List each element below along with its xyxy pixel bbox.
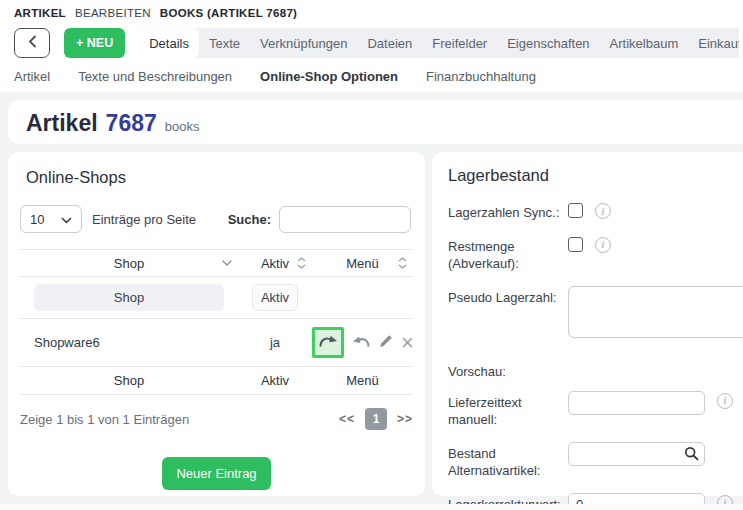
app-window: ARTIKEL BEARBEITEN BOOKS (ARTIKEL 7687) …	[0, 0, 743, 510]
delete-button[interactable]: ×	[401, 332, 414, 354]
lieferzeittext-label: Lieferzeittext manuell:	[448, 391, 568, 429]
new-entry-row: Neuer Eintrag	[20, 457, 413, 490]
info-icon[interactable]: i	[595, 237, 611, 253]
sort-icon	[398, 257, 407, 269]
table-info-row: Zeige 1 bis 1 von 1 Einträgen << 1 >>	[20, 407, 413, 431]
pagination-prev-button[interactable]: <<	[339, 412, 355, 426]
tab-eigenschaften[interactable]: Eigenschaften	[497, 28, 599, 58]
tab-einkauf[interactable]: Einkauf	[688, 28, 739, 58]
search-input[interactable]	[279, 206, 411, 233]
column-header-menue[interactable]: Menü	[312, 250, 413, 276]
breadcrumb: ARTIKEL BEARBEITEN BOOKS (ARTIKEL 7687)	[14, 7, 297, 19]
tab-artikelbaum[interactable]: Artikelbaum	[600, 28, 689, 58]
footer-column-menue: Menü	[312, 373, 413, 388]
table-row: Shopware6 ja	[20, 319, 413, 367]
chevron-down-icon	[61, 212, 72, 227]
column-header-menue-label: Menü	[346, 256, 379, 271]
back-button[interactable]	[14, 28, 50, 58]
vorschau-label: Vorschau:	[448, 364, 743, 379]
footer-column-aktiv: Aktiv	[238, 373, 312, 388]
article-title-label: Artikel	[26, 110, 98, 137]
lagerzahlen-sync-label: Lagerzahlen Sync.:	[448, 201, 568, 222]
aktiv-cell: ja	[238, 335, 312, 350]
field-lieferzeittext: Lieferzeittext manuell: i	[448, 391, 743, 429]
bestand-alternativartikel-label: Bestand Alternativartikel:	[448, 442, 568, 480]
field-pseudo-lagerzahl: Pseudo Lagerzahl:	[448, 286, 743, 338]
pseudo-lagerzahl-textarea[interactable]	[568, 286, 743, 338]
undo-button[interactable]	[351, 334, 371, 352]
pagination-page-1[interactable]: 1	[365, 408, 387, 430]
lagerbestand-panel: Lagerbestand Lagerzahlen Sync.: i Restme…	[432, 152, 743, 496]
lagerzahlen-sync-checkbox[interactable]	[568, 203, 583, 218]
close-icon: ×	[401, 332, 414, 354]
table-header-row: Shop Aktiv Menü	[20, 249, 413, 277]
edit-button[interactable]	[378, 333, 394, 353]
online-shops-title: Online-Shops	[26, 168, 413, 187]
new-button[interactable]: + NEU	[64, 28, 125, 58]
field-lagerzahlen-sync: Lagerzahlen Sync.: i	[448, 201, 743, 222]
pseudo-lagerzahl-label: Pseudo Lagerzahl:	[448, 286, 568, 307]
column-header-aktiv-label: Aktiv	[261, 256, 289, 271]
lieferzeittext-input[interactable]	[568, 391, 705, 415]
tab-strip: Details Texte Verknüpfungen Dateien Frei…	[139, 28, 739, 58]
subnav-finanzbuchhaltung[interactable]: Finanzbuchhaltung	[426, 69, 536, 84]
filter-shop-button[interactable]: Shop	[34, 284, 224, 311]
tab-texte[interactable]: Texte	[199, 28, 250, 58]
tab-dateien[interactable]: Dateien	[357, 28, 422, 58]
article-heading-panel: Artikel 7687 books	[8, 100, 743, 144]
sort-desc-icon	[222, 260, 232, 266]
row-actions: ×	[312, 327, 418, 358]
column-header-shop[interactable]: Shop	[20, 250, 238, 276]
toolbar: + NEU Details Texte Verknüpfungen Dateie…	[14, 28, 739, 58]
page-title: Artikel 7687 books	[26, 110, 199, 137]
online-shops-panel: Online-Shops 10 Einträge pro Seite Suche…	[8, 152, 425, 496]
entries-info: Zeige 1 bis 1 von 1 Einträgen	[20, 412, 189, 427]
sub-navigation: Artikel Texte und Beschreibungen Online-…	[14, 62, 536, 90]
lagerbestand-title: Lagerbestand	[448, 166, 743, 185]
breadcrumb-action: BEARBEITEN	[75, 7, 151, 19]
field-bestand-alternativartikel: Bestand Alternativartikel:	[448, 442, 743, 480]
footer-column-shop: Shop	[20, 373, 238, 388]
subnav-texte-und-beschreibungen[interactable]: Texte und Beschreibungen	[78, 69, 232, 84]
subnav-artikel[interactable]: Artikel	[14, 69, 50, 84]
page-size-value: 10	[30, 212, 44, 227]
chevron-left-icon	[28, 34, 37, 52]
tab-freifelder[interactable]: Freifelder	[422, 28, 497, 58]
sync-redo-button[interactable]	[312, 327, 344, 358]
article-subtitle: books	[165, 119, 200, 134]
field-restmenge: Restmenge (Abverkauf): i	[448, 235, 743, 273]
table-filter-row: Shop Aktiv	[20, 277, 413, 319]
info-icon[interactable]: i	[595, 203, 611, 219]
redo-arrow-icon	[318, 333, 339, 352]
table-footer-row: Shop Aktiv Menü	[20, 367, 413, 395]
article-number: 7687	[106, 110, 157, 137]
bottom-strip	[0, 504, 743, 510]
subnav-online-shop-optionen[interactable]: Online-Shop Optionen	[260, 69, 398, 84]
search-icon[interactable]	[684, 446, 699, 465]
tab-verknuepfungen[interactable]: Verknüpfungen	[250, 28, 357, 58]
column-header-shop-label: Shop	[114, 256, 144, 271]
undo-arrow-icon	[351, 334, 371, 352]
restmenge-checkbox[interactable]	[568, 237, 583, 252]
column-header-aktiv[interactable]: Aktiv	[238, 250, 312, 276]
filter-aktiv-button[interactable]: Aktiv	[252, 284, 298, 311]
sort-icon	[297, 257, 306, 269]
breadcrumb-record: BOOKS (ARTIKEL 7687)	[160, 7, 297, 19]
page-size-select[interactable]: 10	[20, 205, 82, 233]
new-entry-button[interactable]: Neuer Eintrag	[162, 457, 270, 490]
search-label: Suche:	[228, 212, 271, 227]
pencil-icon	[378, 333, 394, 353]
pagination-next-button[interactable]: >>	[397, 412, 413, 426]
table-controls: 10 Einträge pro Seite Suche:	[20, 205, 411, 233]
page-size-label: Einträge pro Seite	[92, 212, 196, 227]
top-chrome: ARTIKEL BEARBEITEN BOOKS (ARTIKEL 7687) …	[0, 0, 743, 94]
info-icon[interactable]: i	[717, 393, 733, 409]
pagination: << 1 >>	[339, 408, 413, 430]
restmenge-label: Restmenge (Abverkauf):	[448, 235, 568, 273]
breadcrumb-entity: ARTIKEL	[14, 7, 66, 19]
shop-name-cell: Shopware6	[20, 335, 238, 350]
tab-details[interactable]: Details	[139, 28, 199, 58]
